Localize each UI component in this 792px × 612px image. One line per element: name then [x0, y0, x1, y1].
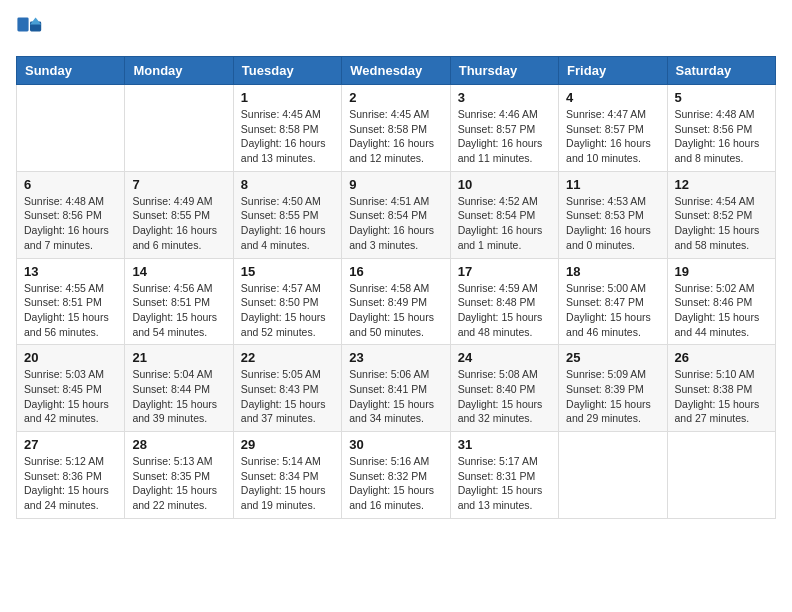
calendar-cell	[125, 85, 233, 172]
calendar-cell: 29Sunrise: 5:14 AM Sunset: 8:34 PM Dayli…	[233, 432, 341, 519]
day-number: 21	[132, 350, 225, 365]
day-number: 22	[241, 350, 334, 365]
day-number: 16	[349, 264, 442, 279]
day-number: 14	[132, 264, 225, 279]
day-info: Sunrise: 5:16 AM Sunset: 8:32 PM Dayligh…	[349, 454, 442, 513]
day-info: Sunrise: 4:53 AM Sunset: 8:53 PM Dayligh…	[566, 194, 659, 253]
calendar-cell: 20Sunrise: 5:03 AM Sunset: 8:45 PM Dayli…	[17, 345, 125, 432]
day-number: 24	[458, 350, 551, 365]
calendar-cell: 6Sunrise: 4:48 AM Sunset: 8:56 PM Daylig…	[17, 171, 125, 258]
day-number: 15	[241, 264, 334, 279]
calendar-cell: 10Sunrise: 4:52 AM Sunset: 8:54 PM Dayli…	[450, 171, 558, 258]
day-header-wednesday: Wednesday	[342, 57, 450, 85]
calendar-cell: 7Sunrise: 4:49 AM Sunset: 8:55 PM Daylig…	[125, 171, 233, 258]
day-info: Sunrise: 5:04 AM Sunset: 8:44 PM Dayligh…	[132, 367, 225, 426]
day-number: 18	[566, 264, 659, 279]
day-header-sunday: Sunday	[17, 57, 125, 85]
day-number: 7	[132, 177, 225, 192]
day-number: 19	[675, 264, 768, 279]
calendar-week-2: 6Sunrise: 4:48 AM Sunset: 8:56 PM Daylig…	[17, 171, 776, 258]
calendar-week-3: 13Sunrise: 4:55 AM Sunset: 8:51 PM Dayli…	[17, 258, 776, 345]
calendar-cell: 22Sunrise: 5:05 AM Sunset: 8:43 PM Dayli…	[233, 345, 341, 432]
day-header-monday: Monday	[125, 57, 233, 85]
day-info: Sunrise: 4:47 AM Sunset: 8:57 PM Dayligh…	[566, 107, 659, 166]
day-info: Sunrise: 5:06 AM Sunset: 8:41 PM Dayligh…	[349, 367, 442, 426]
svg-rect-0	[17, 17, 28, 31]
calendar-cell: 15Sunrise: 4:57 AM Sunset: 8:50 PM Dayli…	[233, 258, 341, 345]
day-number: 12	[675, 177, 768, 192]
day-number: 26	[675, 350, 768, 365]
day-number: 27	[24, 437, 117, 452]
day-info: Sunrise: 4:46 AM Sunset: 8:57 PM Dayligh…	[458, 107, 551, 166]
day-number: 25	[566, 350, 659, 365]
day-info: Sunrise: 4:56 AM Sunset: 8:51 PM Dayligh…	[132, 281, 225, 340]
day-info: Sunrise: 4:49 AM Sunset: 8:55 PM Dayligh…	[132, 194, 225, 253]
day-info: Sunrise: 4:59 AM Sunset: 8:48 PM Dayligh…	[458, 281, 551, 340]
day-info: Sunrise: 4:52 AM Sunset: 8:54 PM Dayligh…	[458, 194, 551, 253]
day-number: 10	[458, 177, 551, 192]
calendar-cell: 19Sunrise: 5:02 AM Sunset: 8:46 PM Dayli…	[667, 258, 775, 345]
day-info: Sunrise: 5:13 AM Sunset: 8:35 PM Dayligh…	[132, 454, 225, 513]
calendar-cell: 24Sunrise: 5:08 AM Sunset: 8:40 PM Dayli…	[450, 345, 558, 432]
calendar-cell: 5Sunrise: 4:48 AM Sunset: 8:56 PM Daylig…	[667, 85, 775, 172]
calendar-cell: 13Sunrise: 4:55 AM Sunset: 8:51 PM Dayli…	[17, 258, 125, 345]
calendar-cell: 28Sunrise: 5:13 AM Sunset: 8:35 PM Dayli…	[125, 432, 233, 519]
day-header-thursday: Thursday	[450, 57, 558, 85]
calendar-week-5: 27Sunrise: 5:12 AM Sunset: 8:36 PM Dayli…	[17, 432, 776, 519]
day-info: Sunrise: 5:08 AM Sunset: 8:40 PM Dayligh…	[458, 367, 551, 426]
day-info: Sunrise: 4:48 AM Sunset: 8:56 PM Dayligh…	[675, 107, 768, 166]
day-number: 4	[566, 90, 659, 105]
day-info: Sunrise: 4:58 AM Sunset: 8:49 PM Dayligh…	[349, 281, 442, 340]
day-number: 3	[458, 90, 551, 105]
day-info: Sunrise: 4:57 AM Sunset: 8:50 PM Dayligh…	[241, 281, 334, 340]
svg-marker-2	[30, 17, 41, 24]
day-number: 1	[241, 90, 334, 105]
day-number: 31	[458, 437, 551, 452]
calendar-table: SundayMondayTuesdayWednesdayThursdayFrid…	[16, 56, 776, 519]
calendar-week-1: 1Sunrise: 4:45 AM Sunset: 8:58 PM Daylig…	[17, 85, 776, 172]
day-info: Sunrise: 5:05 AM Sunset: 8:43 PM Dayligh…	[241, 367, 334, 426]
calendar-cell: 14Sunrise: 4:56 AM Sunset: 8:51 PM Dayli…	[125, 258, 233, 345]
day-info: Sunrise: 5:12 AM Sunset: 8:36 PM Dayligh…	[24, 454, 117, 513]
calendar-cell: 11Sunrise: 4:53 AM Sunset: 8:53 PM Dayli…	[559, 171, 667, 258]
calendar-cell: 4Sunrise: 4:47 AM Sunset: 8:57 PM Daylig…	[559, 85, 667, 172]
day-number: 9	[349, 177, 442, 192]
day-info: Sunrise: 4:48 AM Sunset: 8:56 PM Dayligh…	[24, 194, 117, 253]
day-number: 8	[241, 177, 334, 192]
calendar-week-4: 20Sunrise: 5:03 AM Sunset: 8:45 PM Dayli…	[17, 345, 776, 432]
day-info: Sunrise: 5:00 AM Sunset: 8:47 PM Dayligh…	[566, 281, 659, 340]
calendar-cell: 8Sunrise: 4:50 AM Sunset: 8:55 PM Daylig…	[233, 171, 341, 258]
day-info: Sunrise: 5:17 AM Sunset: 8:31 PM Dayligh…	[458, 454, 551, 513]
day-number: 13	[24, 264, 117, 279]
calendar-cell: 1Sunrise: 4:45 AM Sunset: 8:58 PM Daylig…	[233, 85, 341, 172]
day-header-saturday: Saturday	[667, 57, 775, 85]
calendar-cell: 31Sunrise: 5:17 AM Sunset: 8:31 PM Dayli…	[450, 432, 558, 519]
day-info: Sunrise: 4:51 AM Sunset: 8:54 PM Dayligh…	[349, 194, 442, 253]
day-number: 20	[24, 350, 117, 365]
calendar-header-row: SundayMondayTuesdayWednesdayThursdayFrid…	[17, 57, 776, 85]
day-info: Sunrise: 5:10 AM Sunset: 8:38 PM Dayligh…	[675, 367, 768, 426]
page-header	[16, 16, 776, 44]
calendar-cell: 18Sunrise: 5:00 AM Sunset: 8:47 PM Dayli…	[559, 258, 667, 345]
day-info: Sunrise: 4:45 AM Sunset: 8:58 PM Dayligh…	[241, 107, 334, 166]
day-info: Sunrise: 5:14 AM Sunset: 8:34 PM Dayligh…	[241, 454, 334, 513]
day-info: Sunrise: 4:45 AM Sunset: 8:58 PM Dayligh…	[349, 107, 442, 166]
calendar-cell: 12Sunrise: 4:54 AM Sunset: 8:52 PM Dayli…	[667, 171, 775, 258]
calendar-cell	[667, 432, 775, 519]
calendar-cell: 26Sunrise: 5:10 AM Sunset: 8:38 PM Dayli…	[667, 345, 775, 432]
day-number: 29	[241, 437, 334, 452]
day-number: 17	[458, 264, 551, 279]
day-number: 23	[349, 350, 442, 365]
calendar-cell: 17Sunrise: 4:59 AM Sunset: 8:48 PM Dayli…	[450, 258, 558, 345]
day-info: Sunrise: 4:50 AM Sunset: 8:55 PM Dayligh…	[241, 194, 334, 253]
calendar-cell: 23Sunrise: 5:06 AM Sunset: 8:41 PM Dayli…	[342, 345, 450, 432]
calendar-cell: 9Sunrise: 4:51 AM Sunset: 8:54 PM Daylig…	[342, 171, 450, 258]
day-header-tuesday: Tuesday	[233, 57, 341, 85]
day-number: 11	[566, 177, 659, 192]
calendar-cell: 27Sunrise: 5:12 AM Sunset: 8:36 PM Dayli…	[17, 432, 125, 519]
day-info: Sunrise: 5:02 AM Sunset: 8:46 PM Dayligh…	[675, 281, 768, 340]
calendar-cell: 2Sunrise: 4:45 AM Sunset: 8:58 PM Daylig…	[342, 85, 450, 172]
day-info: Sunrise: 5:03 AM Sunset: 8:45 PM Dayligh…	[24, 367, 117, 426]
day-number: 2	[349, 90, 442, 105]
calendar-cell: 3Sunrise: 4:46 AM Sunset: 8:57 PM Daylig…	[450, 85, 558, 172]
